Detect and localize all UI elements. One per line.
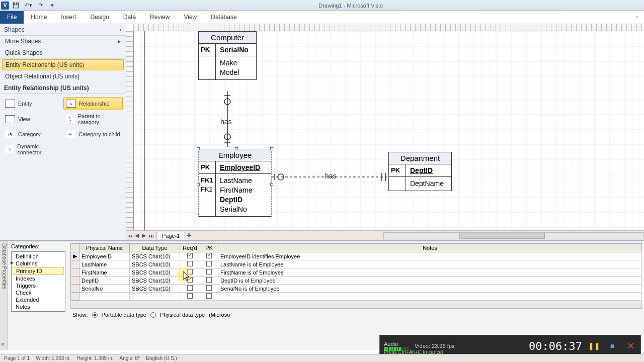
more-shapes[interactable]: More Shapes ▸ xyxy=(0,36,126,47)
qat-more[interactable]: ▾ xyxy=(47,1,57,10)
tab-view[interactable]: View xyxy=(177,11,204,24)
cell-notes[interactable]: SerialNo is of Employee xyxy=(218,285,642,293)
row-header[interactable] xyxy=(71,277,79,285)
cell-name[interactable]: DeptID xyxy=(79,277,130,285)
entity-employee[interactable]: Employee PK EmployeeID FK1 FK2 LastName … xyxy=(198,149,272,217)
cell-name[interactable]: FirstName xyxy=(79,268,130,277)
tab-database[interactable]: Database xyxy=(204,11,244,24)
close-panel-icon[interactable]: × xyxy=(1,341,5,348)
col-notes[interactable]: Notes xyxy=(218,244,642,252)
recorder-close-button[interactable]: ✕ xyxy=(624,340,636,352)
cell-reqd[interactable] xyxy=(180,268,200,277)
col-physical-name[interactable]: Physical Name xyxy=(79,244,130,252)
cat-check[interactable]: Check xyxy=(13,289,64,296)
table-row[interactable]: SerialNo SBCS Char(10) SerialNo is of Em… xyxy=(71,285,642,293)
sel-handle[interactable] xyxy=(197,183,200,186)
page-tab[interactable]: Page-1 xyxy=(156,232,185,239)
ribbon-expand-icon[interactable]: ⌄ xyxy=(630,11,644,24)
shapes-collapse-icon[interactable]: ‹ xyxy=(120,26,122,33)
cell-reqd[interactable] xyxy=(180,260,200,268)
cell-name[interactable]: LastName xyxy=(79,260,130,268)
page-next[interactable]: ▶ xyxy=(140,232,147,239)
cell-pk[interactable] xyxy=(200,260,218,268)
tab-review[interactable]: Review xyxy=(143,11,177,24)
table-row[interactable]: FirstName SBCS Char(10) FirstName is of … xyxy=(71,268,642,277)
cell-pk[interactable] xyxy=(200,252,218,260)
table-row-empty[interactable] xyxy=(71,293,642,301)
table-row[interactable]: ▶ EmployeeID SBCS Char(10) EmployeeID id… xyxy=(71,252,642,260)
page-last[interactable]: ⏭ xyxy=(147,233,154,239)
cell-type[interactable]: SBCS Char(10) xyxy=(130,268,180,277)
shape-category[interactable]: ◔Category xyxy=(3,128,62,140)
grid-h-scroll[interactable] xyxy=(70,302,642,309)
tab-insert[interactable]: Insert xyxy=(54,11,83,24)
entity-computer[interactable]: Computer PK SerialNo Make Model xyxy=(198,31,257,80)
cat-definition[interactable]: Definition xyxy=(13,253,64,260)
shape-cat-child[interactable]: ⤷Category to child xyxy=(63,128,123,140)
sel-handle[interactable] xyxy=(235,147,238,150)
radio-portable[interactable] xyxy=(92,312,98,318)
tab-file[interactable]: File xyxy=(0,11,24,24)
cell-name[interactable]: EmployeeID xyxy=(79,252,130,260)
cat-triggers[interactable]: Triggers xyxy=(13,282,64,289)
cat-primary-id[interactable]: Primary ID xyxy=(13,267,64,275)
sel-handle[interactable] xyxy=(270,183,273,186)
cell-notes[interactable]: EmployeeID identifies Employee xyxy=(218,252,642,260)
sel-handle[interactable] xyxy=(197,147,200,150)
shape-parent-cat[interactable]: ⤵Parent to category xyxy=(63,111,123,127)
col-pk[interactable]: PK xyxy=(200,244,218,252)
shape-entity[interactable]: Entity xyxy=(3,97,62,110)
cell-pk[interactable] xyxy=(200,277,218,285)
undo-button[interactable]: ↶▾ xyxy=(23,1,33,10)
shape-view[interactable]: View xyxy=(3,111,62,127)
quick-shapes[interactable]: Quick Shapes xyxy=(0,47,126,59)
radio-physical[interactable] xyxy=(150,312,156,318)
tab-home[interactable]: Home xyxy=(24,11,54,24)
row-header[interactable]: ▶ xyxy=(71,252,79,260)
cat-notes[interactable]: Notes xyxy=(13,303,64,310)
cell-reqd[interactable] xyxy=(180,285,200,293)
sel-handle[interactable] xyxy=(270,147,273,150)
tab-design[interactable]: Design xyxy=(83,11,116,24)
cell-notes[interactable]: DeptID is of Employee xyxy=(218,277,642,285)
save-button[interactable]: 💾 xyxy=(11,1,21,10)
cell-type[interactable]: SBCS Char(10) xyxy=(130,285,180,293)
cell-type[interactable]: SBCS Char(10) xyxy=(130,277,180,285)
cell-notes[interactable]: LastName is of Employee xyxy=(218,260,642,268)
col-data-type[interactable]: Data Type xyxy=(130,244,180,252)
stencil-er[interactable]: Entity Relationship (US units) xyxy=(2,59,124,70)
table-row[interactable]: DeptID SBCS Char(10) DeptID is of Employ… xyxy=(71,277,642,285)
columns-grid[interactable]: Physical Name Data Type Req'd PK Notes ▶… xyxy=(70,243,642,301)
cell-pk[interactable] xyxy=(200,285,218,293)
table-row[interactable]: LastName SBCS Char(10) LastName is of Em… xyxy=(71,260,642,268)
shape-relationship[interactable]: ↘Relationship xyxy=(63,97,123,110)
h-scrollbar[interactable] xyxy=(383,232,644,239)
scroll-thumb[interactable] xyxy=(459,233,545,239)
cat-extended[interactable]: Extended xyxy=(13,296,64,303)
cell-notes[interactable]: FirstName is of Employee xyxy=(218,268,642,277)
entity-department[interactable]: Department PK DeptID DeptName xyxy=(388,152,452,191)
row-header[interactable] xyxy=(71,268,79,277)
page-first[interactable]: ⏮ xyxy=(126,233,133,239)
page-add[interactable]: ✚ xyxy=(185,232,192,239)
cell-reqd[interactable] xyxy=(180,252,200,260)
tab-data[interactable]: Data xyxy=(116,11,143,24)
row-header[interactable] xyxy=(71,285,79,293)
cell-name[interactable]: SerialNo xyxy=(79,285,130,293)
col-reqd[interactable]: Req'd xyxy=(180,244,200,252)
cat-columns[interactable]: Columns xyxy=(13,260,64,267)
cell-type[interactable]: SBCS Char(10) xyxy=(130,252,180,260)
drawing-canvas[interactable]: Computer PK SerialNo Make Model xyxy=(133,31,644,230)
field: SerialNo xyxy=(220,205,253,214)
cell-pk[interactable] xyxy=(200,268,218,277)
shape-dyn-conn[interactable]: ⎍Dynamic connector xyxy=(3,141,62,157)
recorder-pause-button[interactable]: ❚❚ xyxy=(588,340,600,352)
cell-reqd[interactable] xyxy=(180,277,200,285)
row-header[interactable] xyxy=(71,260,79,268)
cat-indexes[interactable]: Indexes xyxy=(13,275,64,282)
redo-button[interactable]: ↷ xyxy=(35,1,45,10)
cell-type[interactable]: SBCS Char(10) xyxy=(130,260,180,268)
stencil-or[interactable]: Object Relational (US units) xyxy=(0,71,126,82)
recorder-stop-button[interactable]: ■ xyxy=(606,340,618,352)
page-prev[interactable]: ◀ xyxy=(133,232,140,239)
